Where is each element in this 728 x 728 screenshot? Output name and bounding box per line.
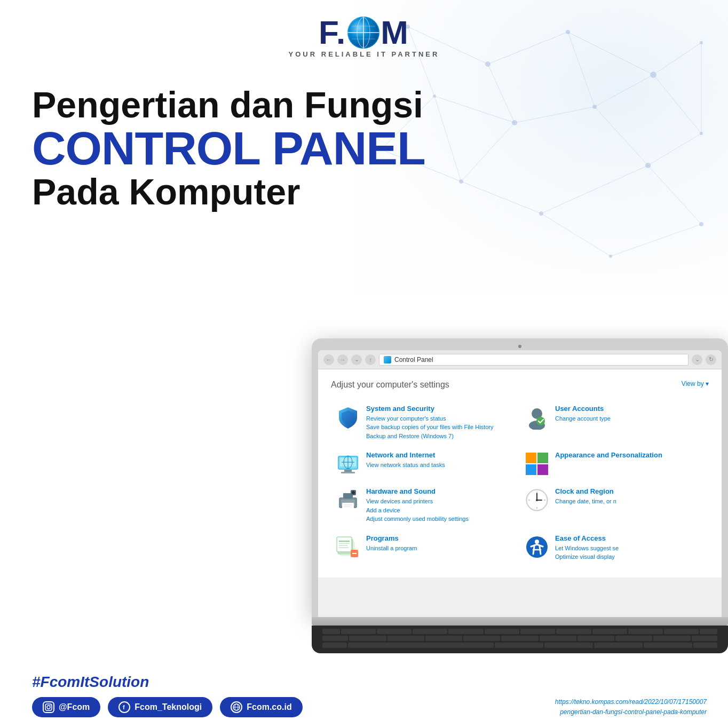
hashtag: #FcomItSolution xyxy=(32,674,555,691)
ease-access-subtitle: Let Windows suggest se Optimize visual d… xyxy=(555,544,705,561)
ease-access-title[interactable]: Ease of Access xyxy=(555,534,705,543)
svg-rect-89 xyxy=(45,704,52,710)
cp-header-row: Adjust your computer's settings View by … xyxy=(331,380,709,390)
hardware-text: Hardware and Sound View devices and prin… xyxy=(366,487,516,523)
programs-title[interactable]: Programs xyxy=(366,534,516,543)
logo-text-f: F. xyxy=(319,16,346,49)
main-content: Pengertian dan Fungsi CONTROL PANEL Pada… xyxy=(0,64,728,212)
appearance-icon xyxy=(524,451,550,477)
svg-rect-57 xyxy=(537,453,548,463)
add-device-link[interactable]: Add a device xyxy=(366,506,516,515)
uninstall-link[interactable]: Uninstall a program xyxy=(366,544,516,553)
user-accounts-text: User Accounts Change account type xyxy=(555,405,705,423)
facebook-label: Fcom_Teknologi xyxy=(134,702,202,712)
user-accounts-subtitle: Change account type xyxy=(555,414,705,423)
address-text: Control Panel xyxy=(394,356,433,363)
svg-point-37 xyxy=(699,222,703,226)
refresh-button[interactable]: ↻ xyxy=(706,354,716,365)
appearance-title[interactable]: Appearance and Personalization xyxy=(555,451,705,460)
laptop-hinge xyxy=(312,617,728,626)
footer-left: #FcomItSolution @Fcom f Fco xyxy=(0,674,555,717)
header: F. xyxy=(0,0,728,64)
visual-link[interactable]: Optimize visual display xyxy=(555,552,705,561)
svg-point-72 xyxy=(536,499,538,501)
clock-title[interactable]: Clock and Region xyxy=(555,487,705,496)
svg-rect-58 xyxy=(526,464,536,475)
svg-line-18 xyxy=(541,213,611,256)
headline-line2: CONTROL PANEL xyxy=(32,125,696,172)
devices-link[interactable]: View devices and printers xyxy=(366,497,516,506)
restore-link[interactable]: Backup and Restore (Windows 7) xyxy=(366,432,516,441)
suggest-link[interactable]: Let Windows suggest se xyxy=(555,544,705,553)
system-security-title[interactable]: System and Security xyxy=(366,405,516,414)
svg-point-39 xyxy=(349,18,378,48)
svg-rect-56 xyxy=(526,453,536,463)
facebook-icon: f xyxy=(118,701,130,713)
date-time-link[interactable]: Change date, time, or n xyxy=(555,497,705,506)
website-label: Fcom.co.id xyxy=(247,702,291,712)
svg-rect-59 xyxy=(537,464,548,475)
system-security-text: System and Security Review your computer… xyxy=(366,405,516,440)
instagram-label: @Fcom xyxy=(59,702,90,712)
titlebar: ← → ⌄ ↑ Control Panel ⌄ ↻ xyxy=(318,350,722,369)
category-user-accounts: User Accounts Change account type xyxy=(520,399,709,446)
category-appearance: Appearance and Personalization xyxy=(520,446,709,482)
svg-text:f: f xyxy=(123,704,125,710)
address-icon xyxy=(384,356,391,363)
programs-icon xyxy=(335,534,361,560)
svg-point-40 xyxy=(357,18,370,48)
logo: F. xyxy=(289,16,440,58)
forward-button[interactable]: → xyxy=(337,354,348,365)
ease-access-icon xyxy=(524,534,550,560)
cp-title: Adjust your computer's settings xyxy=(331,380,449,390)
svg-point-90 xyxy=(47,706,50,709)
facebook-button[interactable]: f Fcom_Teknologi xyxy=(108,697,212,717)
hardware-subtitle: View devices and printers Add a device A… xyxy=(366,497,516,524)
network-text: Network and Internet View network status… xyxy=(366,451,516,469)
svg-point-65 xyxy=(352,491,355,494)
network-status-link[interactable]: View network status and tasks xyxy=(366,461,516,470)
cp-viewby[interactable]: View by ▾ xyxy=(682,380,709,387)
category-system-security: System and Security Review your computer… xyxy=(331,399,520,446)
category-hardware-sound: Hardware and Sound View devices and prin… xyxy=(331,482,520,528)
category-network-internet: Network and Internet View network status… xyxy=(331,446,520,482)
change-account-link[interactable]: Change account type xyxy=(555,414,705,423)
clock-subtitle: Change date, time, or n xyxy=(555,497,705,506)
up-button[interactable]: ↑ xyxy=(365,354,376,365)
svg-point-35 xyxy=(539,211,543,216)
hardware-title[interactable]: Hardware and Sound xyxy=(366,487,516,496)
instagram-button[interactable]: @Fcom xyxy=(32,697,100,717)
control-panel-body: Adjust your computer's settings View by … xyxy=(318,369,722,577)
social-row: @Fcom f Fcom_Teknologi Fc xyxy=(32,697,555,717)
network-title[interactable]: Network and Internet xyxy=(366,451,516,460)
website-button[interactable]: Fcom.co.id xyxy=(220,697,302,717)
review-link[interactable]: Review your computer's status xyxy=(366,414,516,423)
headline-line1: Pengertian dan Fungsi xyxy=(32,85,696,125)
programs-subtitle: Uninstall a program xyxy=(366,544,516,553)
website-icon xyxy=(231,701,242,713)
system-security-icon xyxy=(335,405,361,430)
footer-url-line2: pengertian-dan-fungsi-control-panel-pada… xyxy=(555,707,707,717)
laptop-keyboard xyxy=(312,626,728,653)
search-button[interactable]: ⌄ xyxy=(692,354,702,365)
clock-icon xyxy=(524,487,550,513)
logo-tagline: YOUR RELIABLE IT PARTNER xyxy=(289,50,440,58)
category-ease-access: Ease of Access Let Windows suggest se Op… xyxy=(520,529,709,567)
back-button[interactable]: ← xyxy=(323,354,334,365)
user-accounts-title[interactable]: User Accounts xyxy=(555,405,705,414)
programs-text: Programs Uninstall a program xyxy=(366,534,516,552)
address-bar[interactable]: Control Panel xyxy=(379,354,689,366)
backup-link[interactable]: Save backup copies of your files with Fi… xyxy=(366,423,516,432)
instagram-icon xyxy=(43,701,54,713)
svg-rect-54 xyxy=(344,470,352,472)
recent-button[interactable]: ⌄ xyxy=(351,354,362,365)
laptop-section: ← → ⌄ ↑ Control Panel ⌄ ↻ Adjust your co… xyxy=(312,338,728,653)
mobility-link[interactable]: Adjust commonly used mobility settings xyxy=(366,515,516,524)
network-subtitle: View network status and tasks xyxy=(366,461,516,470)
svg-point-47 xyxy=(536,417,545,425)
svg-point-91 xyxy=(50,705,51,706)
appearance-text: Appearance and Personalization xyxy=(555,451,705,461)
ease-access-text: Ease of Access Let Windows suggest se Op… xyxy=(555,534,705,561)
svg-line-19 xyxy=(611,224,701,256)
camera-dot xyxy=(518,345,521,348)
